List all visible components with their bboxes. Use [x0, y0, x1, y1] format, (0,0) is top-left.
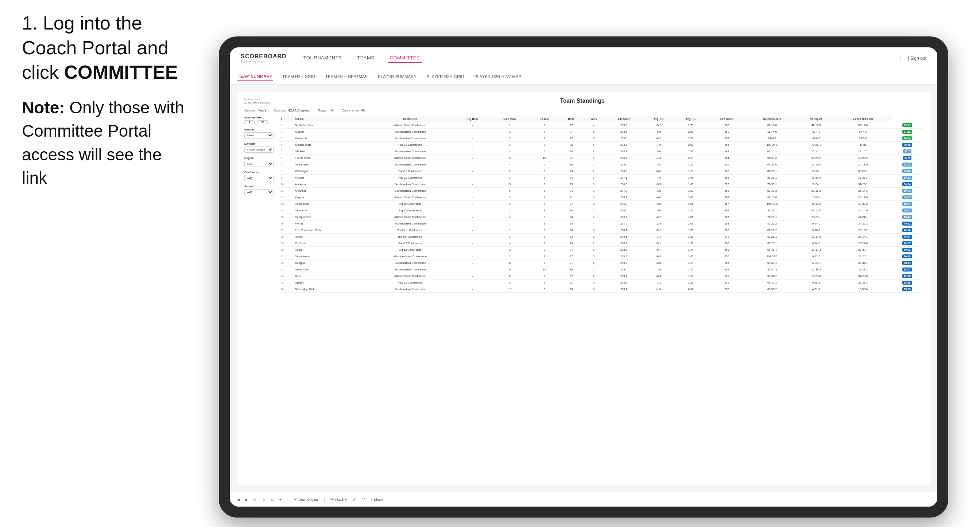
toolbar-view-original[interactable]: 👀 View: Original [293, 498, 318, 502]
cell-overall: 16-21-0 [798, 174, 834, 181]
cell-conf-rank: 2 [490, 207, 529, 214]
cell-avg-sg: 1.30 [675, 266, 708, 273]
cell-school: Alabama [294, 181, 366, 187]
cell-points: 58.94 [891, 200, 923, 207]
cell-low-score: 63-21-0 [746, 161, 798, 168]
cell-low-score: 96-29-2 [746, 154, 798, 161]
standings-table: # School Conference Reg Rank Conf Rank N… [279, 116, 923, 293]
bottom-toolbar: ◀ ▶ ↻ ⬆ □ ● 👀 View: Original 👁 Watch ▾ 🖉… [230, 492, 937, 506]
cell-points: 38.42 [891, 266, 923, 273]
points-badge: 40.16 [902, 228, 912, 232]
cell-wins: 1 [582, 259, 605, 266]
cell-num: 6 [279, 154, 294, 161]
cell-points: 99.11 [891, 122, 923, 129]
toolbar-watch[interactable]: 👁 Watch ▾ [331, 498, 347, 502]
toolbar-back[interactable]: ◀ [237, 498, 240, 502]
cell-rnds: 27 [560, 273, 583, 279]
conference-select[interactable]: (All) [244, 175, 274, 181]
nav-committee[interactable]: COMMITTEE [388, 54, 422, 63]
cell-conf-rank: 10 [490, 286, 529, 292]
cell-points: 48.27 [891, 240, 923, 246]
subnav-player-summary[interactable]: PLAYER SUMMARY [377, 73, 417, 80]
toolbar-fullscreen[interactable]: ⛶ [362, 498, 365, 502]
cell-conf-rank: 3 [490, 194, 529, 200]
cell-conference: Atlantic Coast Conference [366, 194, 455, 200]
table-row: 23 Texas A&M Southeastern Conference - 9… [279, 266, 923, 273]
cell-adj-score: 277.5 [605, 220, 643, 227]
toolbar-refresh[interactable]: ↻ [254, 498, 257, 502]
cell-rnds: 25 [560, 141, 583, 148]
region-select[interactable]: N/A [244, 161, 274, 167]
cell-conf-rank: 5 [490, 279, 529, 286]
cell-avg-sg: 2.88 [675, 128, 708, 135]
cell-no-tour: 9 [529, 253, 560, 259]
gender-select[interactable]: Men's [244, 132, 274, 138]
cell-adj-score: 276.6 [605, 214, 643, 220]
subnav-team-summary[interactable]: TEAM SUMMARY [237, 73, 273, 81]
cell-avg-sg: 1.44 [675, 246, 708, 253]
cell-overall: 9-28-1 [798, 279, 834, 286]
cell-overall: 15-32-0 [798, 200, 834, 207]
cell-reg-rank: - [455, 266, 490, 273]
toolbar-bookmark[interactable]: □ [271, 498, 273, 502]
min-rounds-min[interactable] [244, 120, 255, 124]
school-select[interactable]: (All) [244, 189, 274, 195]
cell-avg-sg: 1.41 [675, 253, 708, 259]
cell-reg-rank: - [455, 253, 490, 259]
table-row: 19 California Pac-12 Conference - 4 8 24… [279, 240, 923, 246]
cell-no-tour: 8 [529, 246, 560, 253]
cell-conference: Southeastern Conference [366, 128, 455, 135]
cell-avg-rd: 264 [707, 154, 746, 161]
subnav-player-h2h-grid[interactable]: PLAYER H2H GRID [426, 73, 465, 80]
points-badge: 45.02 [902, 222, 912, 225]
cell-overall: 9-24-0 [798, 220, 834, 227]
toolbar-annotate[interactable]: 🖉 [353, 498, 356, 502]
cell-num: 19 [279, 240, 294, 246]
division-select[interactable]: NCAA Division I [244, 146, 274, 153]
min-rounds-max[interactable] [258, 120, 268, 124]
cell-adj-score: 276.9 [605, 181, 643, 187]
nav-teams[interactable]: TEAMS [355, 54, 376, 63]
cell-wins: 1 [582, 148, 605, 154]
cell-adj-adj: -5.1 [643, 227, 675, 233]
cell-conf-rank: 2 [490, 168, 529, 174]
cell-wins: 2 [582, 207, 605, 214]
cell-conference: Pac-12 Conference [366, 168, 455, 174]
subnav-player-h2h-heatmap[interactable]: PLAYER H2H HEATMAP [474, 73, 522, 80]
cell-adj-adj: -3.8 [643, 187, 675, 194]
cell-num: 26 [279, 286, 294, 292]
cell-school: Virginia [294, 194, 366, 200]
table-row: 14 Oklahoma Big 12 Conference - 2 9 24 2… [279, 207, 923, 214]
col-reg-rank: Reg Rank [455, 116, 490, 122]
toolbar-share-main[interactable]: < Share [371, 498, 383, 502]
col-no-tour: No Tour [529, 116, 560, 122]
subnav-team-h2h-grid[interactable]: TEAM H2H GRID [282, 73, 316, 80]
sign-out[interactable]: | Sign out [900, 56, 927, 61]
update-time: Update time: 27/03/2024 16:56:26 [244, 98, 271, 104]
cell-vs-top25: 40-20-2 [834, 154, 892, 161]
sub-nav: TEAM SUMMARY TEAM H2H GRID TEAM H2H HEAT… [230, 69, 937, 84]
cell-rnds: 23 [560, 286, 583, 292]
cell-no-tour: 8 [529, 135, 560, 141]
nav-tournaments[interactable]: TOURNAMENTS [301, 54, 344, 63]
table-row: 18 Illinois Big Ten Conference - 1 8 23 … [279, 233, 923, 240]
cell-adj-adj: -3.5 [643, 200, 675, 207]
cell-avg-sg: 2.01 [675, 194, 708, 200]
cell-conference: Big 12 Conference [366, 246, 455, 253]
toolbar-forward[interactable]: ▶ [245, 498, 248, 502]
toolbar-share-small[interactable]: ⬆ [262, 498, 266, 502]
cell-adj-adj: -0.4 [643, 273, 675, 279]
points-badge: 96.64 [902, 136, 912, 140]
table-row: 5 Ole Miss Southeastern Conference - 3 6… [279, 148, 923, 154]
content-body: Minimum Rou... - Gender Men's [244, 116, 923, 293]
toolbar-clock[interactable]: ● [279, 498, 281, 502]
subnav-team-h2h-heatmap[interactable]: TEAM H2H HEATMAP [325, 73, 368, 80]
cell-overall: 8-14-0 [798, 240, 834, 246]
cell-num: 7 [279, 161, 294, 168]
cell-points: 45.02 [891, 220, 923, 227]
cell-avg-sg: 1.21 [675, 279, 708, 286]
cell-rnds: 24 [560, 187, 583, 194]
cell-num: 18 [279, 233, 294, 240]
cell-low-score: 59-39-1 [746, 259, 798, 266]
cell-low-score: 91-6-0 [746, 135, 798, 141]
